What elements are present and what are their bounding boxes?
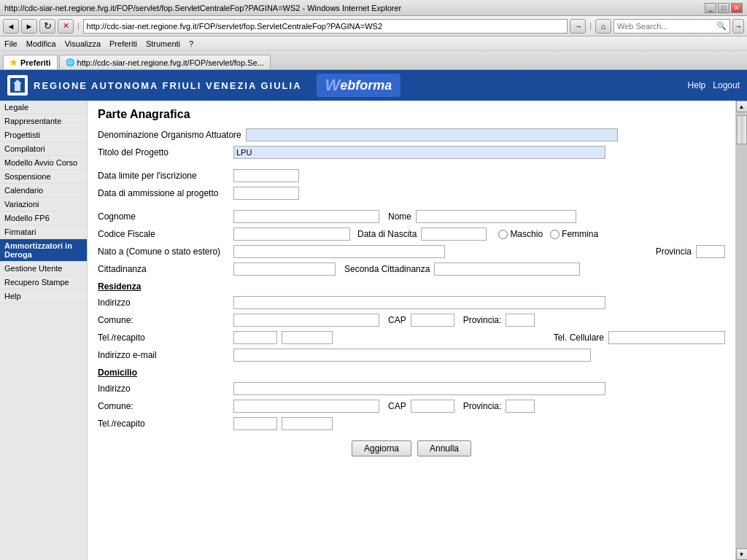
menu-preferiti[interactable]: Preferiti	[109, 39, 137, 48]
tel-cellulare-input[interactable]	[608, 331, 725, 344]
data-ammissione-input[interactable]	[233, 187, 299, 200]
maschio-radio-label[interactable]: Maschio	[498, 229, 543, 239]
tab-page[interactable]: 🌐 http://cdc-siar-net.regione.fvg.it/FOP…	[59, 55, 271, 69]
femmina-radio-label[interactable]: Femmina	[550, 229, 598, 239]
cap-domicilio-input[interactable]	[411, 400, 454, 413]
email-label: Indirizzo e-mail	[98, 350, 229, 360]
titolo-row: Titolo del Progetto	[98, 146, 725, 159]
webforma-rest: ebforma	[340, 78, 392, 93]
minimize-button[interactable]: _	[705, 3, 716, 13]
home-button[interactable]: ⌂	[595, 19, 611, 34]
annulla-button[interactable]: Annulla	[417, 440, 471, 456]
menu-file[interactable]: File	[4, 39, 18, 48]
comune-domicilio-input[interactable]	[233, 400, 379, 413]
titolo-input[interactable]	[233, 146, 605, 159]
sidebar-item-compilatori[interactable]: Compilatori	[0, 142, 87, 156]
tel-residenza-row: Tel./recapito Tel. Cellulare	[98, 331, 725, 344]
indirizzo-domicilio-row: Indirizzo	[98, 382, 725, 395]
window-controls[interactable]: _ □ ✕	[705, 3, 743, 13]
cap-residenza-input[interactable]	[411, 314, 454, 327]
provincia-domicilio-input[interactable]	[506, 400, 535, 413]
tel-domicilio-label: Tel./recapito	[98, 419, 229, 429]
data-nascita-input[interactable]	[421, 228, 487, 241]
help-link[interactable]: Help	[688, 80, 706, 90]
menu-help[interactable]: ?	[189, 39, 193, 48]
denominazione-label: Denominazione Organismo Attuatore	[98, 130, 241, 140]
search-input[interactable]	[617, 22, 716, 31]
sidebar-item-variazioni[interactable]: Variazioni	[0, 198, 87, 211]
sidebar-item-rappresentante[interactable]: Rappresentante	[0, 114, 87, 128]
sidebar-item-gestione-utente[interactable]: Gestione Utente	[0, 262, 87, 276]
email-row: Indirizzo e-mail	[98, 349, 725, 362]
maximize-button[interactable]: □	[718, 3, 729, 13]
indirizzo-domicilio-input[interactable]	[233, 382, 605, 395]
star-icon: ★	[9, 58, 18, 68]
sidebar-item-ammortizzatori[interactable]: Ammortizzatori in Deroga	[0, 239, 87, 262]
data-ammissione-label: Data di ammissione al progetto	[98, 188, 229, 198]
denominazione-input[interactable]	[246, 128, 618, 141]
back-button[interactable]: ◄	[3, 19, 19, 34]
cittadinanza-label: Cittadinanza	[98, 264, 229, 274]
menu-modifica[interactable]: Modifica	[26, 39, 56, 48]
nato-a-input[interactable]	[233, 245, 445, 258]
scroll-thumb[interactable]	[737, 115, 747, 144]
aggiorna-button[interactable]: Aggiorna	[352, 440, 411, 456]
seconda-cittadinanza-input[interactable]	[434, 262, 580, 276]
cognome-nome-row: Cognome Nome	[98, 210, 725, 223]
scrollbar[interactable]: ▲ ▼	[735, 101, 747, 560]
sidebar-item-modello-fp6[interactable]: Modello FP6	[0, 211, 87, 225]
sidebar-item-progettisti[interactable]: Progettisti	[0, 128, 87, 142]
search-go-button[interactable]: →	[732, 19, 744, 34]
separator2: |	[589, 22, 592, 30]
close-button[interactable]: ✕	[731, 3, 743, 13]
maschio-radio[interactable]	[498, 230, 508, 239]
indirizzo-residenza-input[interactable]	[233, 296, 605, 309]
femmina-text: Femmina	[562, 229, 598, 239]
menu-visualizza[interactable]: Visualizza	[65, 39, 101, 48]
cognome-input[interactable]	[233, 210, 379, 223]
scroll-down-button[interactable]: ▼	[736, 548, 748, 560]
tel-domicilio-input1[interactable]	[233, 417, 277, 430]
provincia-label: Provincia	[656, 246, 692, 257]
data-limite-input[interactable]	[233, 169, 299, 182]
refresh-button[interactable]: ↻	[39, 19, 55, 34]
cf-nascita-row: Codice Fiscale Data di Nascita Maschio F…	[98, 228, 725, 241]
sidebar-item-legale[interactable]: Legale	[0, 101, 87, 114]
tabs-bar: ★ Preferiti 🌐 http://cdc-siar-net.region…	[0, 51, 747, 70]
provincia-residenza-input[interactable]	[506, 314, 535, 327]
cittadinanza-input[interactable]	[233, 262, 336, 276]
search-icon: 🔍	[716, 21, 727, 31]
tab-preferiti[interactable]: ★ Preferiti	[3, 55, 58, 69]
data-limite-row: Data limite per l'iscrizione	[98, 169, 725, 182]
femmina-radio[interactable]	[550, 230, 560, 239]
sidebar-item-help[interactable]: Help	[0, 289, 87, 303]
browser-titlebar: http://cdc-siar-net.regione.fvg.it/FOP/s…	[0, 0, 747, 16]
logout-link[interactable]: Logout	[713, 80, 740, 90]
tel-domicilio-input2[interactable]	[282, 417, 333, 430]
seconda-cittadinanza-label: Seconda Cittadinanza	[344, 264, 430, 274]
nome-input[interactable]	[416, 210, 576, 223]
sidebar-item-modello-avvio[interactable]: Modello Avvio Corso	[0, 156, 87, 170]
browser-toolbar: ◄ ► ↻ ✕ | → | ⌂ 🔍 →	[0, 16, 747, 36]
email-input[interactable]	[233, 349, 591, 362]
sidebar-item-recupero-stampe[interactable]: Recupero Stampe	[0, 276, 87, 289]
forward-button[interactable]: ►	[21, 19, 37, 34]
stop-button[interactable]: ✕	[58, 19, 74, 34]
sidebar-item-calendario[interactable]: Calendario	[0, 184, 87, 198]
scroll-track[interactable]	[736, 112, 748, 548]
menu-strumenti[interactable]: Strumenti	[146, 39, 180, 48]
tel-residenza-input2[interactable]	[282, 331, 333, 344]
address-bar[interactable]	[83, 19, 568, 34]
region-name: REGIONE AUTONOMA FRIULI VENEZIA GIULIA	[34, 80, 302, 91]
comune-domicilio-row: Comune: CAP Provincia:	[98, 400, 725, 413]
sidebar-item-sospensione[interactable]: Sospensione	[0, 170, 87, 184]
codice-fiscale-input[interactable]	[233, 228, 350, 241]
search-box[interactable]: 🔍	[614, 19, 730, 34]
address-input[interactable]	[87, 22, 565, 31]
comune-residenza-input[interactable]	[233, 314, 379, 327]
go-button[interactable]: →	[570, 19, 586, 34]
tel-residenza-input1[interactable]	[233, 331, 277, 344]
sidebar-item-firmatari[interactable]: Firmatari	[0, 225, 87, 239]
scroll-up-button[interactable]: ▲	[736, 101, 748, 112]
provincia-input[interactable]	[696, 245, 725, 258]
